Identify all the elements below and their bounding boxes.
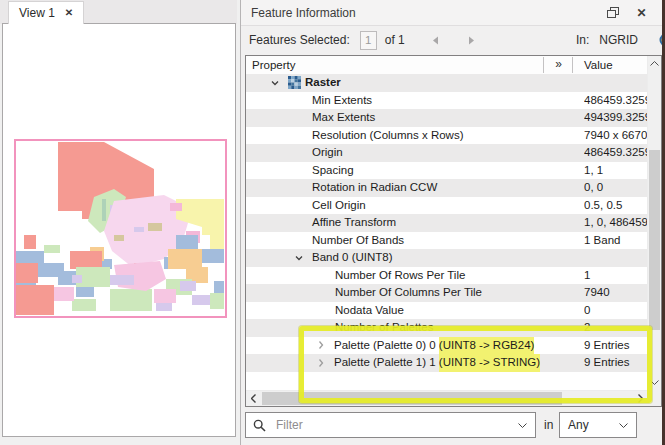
property-label: Cell Origin	[312, 197, 366, 215]
table-row[interactable]: Resolution (Columns x Rows)7940 x 6670	[246, 127, 648, 145]
property-rows: RasterMin Extents486459.3259Max Extents4…	[246, 74, 648, 391]
filter-input[interactable]	[274, 417, 518, 433]
property-value: 2	[584, 319, 648, 337]
scrollbar-corner	[648, 391, 661, 406]
property-value: 9 Entries	[584, 337, 648, 355]
map-view[interactable]	[2, 23, 236, 437]
feature-count-label: of 1	[385, 33, 405, 47]
table-row[interactable]: Affine Transform1, 0, 486459.	[246, 214, 648, 232]
horizontal-scrollbar[interactable]	[246, 390, 648, 406]
scroll-up-icon[interactable]	[648, 56, 661, 71]
property-value: 7940 x 6670	[584, 127, 648, 145]
property-value: 0	[584, 302, 648, 320]
property-label: Number Of Columns Per Tile	[335, 284, 482, 302]
table-row[interactable]: Cell Origin0.5, 0.5	[246, 197, 648, 215]
table-row[interactable]: Raster	[246, 74, 648, 92]
property-label: Max Extents	[312, 109, 375, 127]
features-selected-label: Features Selected:	[249, 33, 350, 47]
property-label: Band 0 (UINT8)	[312, 249, 393, 267]
selection-toolbar: Features Selected: 1 of 1 In: NGRID	[241, 26, 662, 54]
filter-scope-in-label: in	[544, 407, 553, 443]
property-label: Raster	[305, 74, 341, 92]
expander-expanded-icon[interactable]	[294, 253, 312, 263]
table-row[interactable]: Number Of Columns Per Tile7940	[246, 284, 648, 302]
vertical-scrollbar-thumb[interactable]	[649, 150, 660, 330]
expander-collapsed-icon[interactable]	[316, 340, 334, 350]
panel-titlebar[interactable]: Feature Information ✕	[241, 0, 662, 26]
table-row[interactable]: Palette (Palette 0) 0 (UINT8 -> RGB24)9 …	[246, 337, 648, 355]
property-label: Palette (Palette 0) 0	[334, 337, 439, 355]
expander-collapsed-icon[interactable]	[316, 358, 334, 368]
expand-columns-button[interactable]: »	[544, 56, 572, 73]
scroll-left-icon[interactable]	[246, 391, 261, 406]
highlighted-palette-type: (UINT8 -> STRING)	[439, 354, 540, 372]
property-label: Nodata Value	[335, 302, 404, 320]
clipped-toolbar-icon	[655, 33, 662, 47]
view-tabbar: View 1 ✕	[0, 0, 237, 24]
table-row[interactable]: Band 0 (UINT8)	[246, 249, 648, 267]
raster-map-graphic	[14, 139, 227, 318]
raster-layer-image[interactable]	[14, 139, 227, 318]
feature-information-panel: Feature Information ✕ Features Selected:…	[240, 0, 662, 445]
property-label: Number of Palettes	[335, 319, 433, 337]
scroll-right-icon[interactable]	[633, 391, 648, 406]
search-icon	[253, 419, 266, 432]
property-value: 494399.3259	[584, 109, 648, 127]
table-row[interactable]: Origin486459.3259	[246, 144, 648, 162]
property-label: Min Extents	[312, 92, 372, 110]
table-row[interactable]: Nodata Value0	[246, 302, 648, 320]
property-label: Rotation in Radian CCW	[312, 179, 437, 197]
table-row[interactable]: Number Of Bands1 Band	[246, 232, 648, 250]
property-label: Palette (Palette 1) 1	[334, 354, 439, 372]
chevron-down-icon[interactable]	[518, 423, 527, 428]
property-value: 1, 1	[584, 162, 648, 180]
view-panel: View 1 ✕	[0, 0, 237, 445]
table-row[interactable]: Min Extents486459.3259	[246, 92, 648, 110]
property-table: Property » Value RasterMin Extents486459…	[245, 55, 662, 407]
horizontal-scrollbar-thumb[interactable]	[262, 392, 562, 405]
property-label: Resolution (Columns x Rows)	[312, 127, 463, 145]
property-value: 0, 0	[584, 179, 648, 197]
filter-scope-value: Any	[568, 418, 619, 432]
raster-layer-icon	[288, 76, 305, 89]
tab-close-icon[interactable]: ✕	[65, 8, 73, 18]
expander-expanded-icon[interactable]	[270, 78, 288, 88]
in-label: In:	[576, 33, 589, 47]
filter-scope-select[interactable]: Any	[559, 412, 637, 438]
property-label: Spacing	[312, 162, 354, 180]
table-row[interactable]: Palette (Palette 1) 1 (UINT8 -> STRING)9…	[246, 354, 648, 372]
table-row[interactable]: Rotation in Radian CCW0, 0	[246, 179, 648, 197]
vertical-scrollbar[interactable]	[647, 56, 661, 391]
table-row[interactable]: Max Extents494399.3259	[246, 109, 648, 127]
application-window: View 1 ✕	[0, 0, 665, 445]
property-value: 486459.3259	[584, 144, 648, 162]
property-value: 486459.3259	[584, 92, 648, 110]
table-row[interactable]: Number of Palettes2	[246, 319, 648, 337]
close-panel-icon[interactable]: ✕	[635, 6, 648, 19]
tab-view-1[interactable]: View 1 ✕	[8, 1, 84, 24]
highlighted-palette-type: (UINT8 -> RGB24)	[439, 337, 535, 355]
column-header-value[interactable]: Value	[584, 56, 613, 74]
property-value: 1 Band	[584, 232, 648, 250]
property-label: Number Of Rows Per Tile	[335, 267, 465, 285]
property-value: 9 Entries	[584, 354, 648, 372]
previous-feature-button[interactable]	[431, 34, 441, 46]
table-row[interactable]: Number Of Rows Per Tile1	[246, 267, 648, 285]
chevron-down-icon[interactable]	[619, 423, 628, 428]
filter-bar: in Any	[241, 407, 662, 445]
table-header: Property » Value	[246, 56, 647, 75]
layer-name: NGRID	[599, 33, 638, 47]
next-feature-button[interactable]	[467, 34, 477, 46]
property-value: 7940	[584, 284, 648, 302]
property-value: 1	[584, 267, 648, 285]
property-value: 0.5, 0.5	[584, 197, 648, 215]
float-window-icon[interactable]	[606, 6, 619, 19]
column-divider[interactable]	[572, 57, 573, 73]
filter-combobox[interactable]	[245, 412, 536, 438]
scroll-down-icon[interactable]	[648, 375, 661, 390]
column-header-property[interactable]: Property	[252, 56, 295, 74]
panel-title: Feature Information	[251, 6, 356, 20]
tab-label: View 1	[19, 6, 55, 20]
property-label: Number Of Bands	[312, 232, 404, 250]
table-row[interactable]: Spacing1, 1	[246, 162, 648, 180]
